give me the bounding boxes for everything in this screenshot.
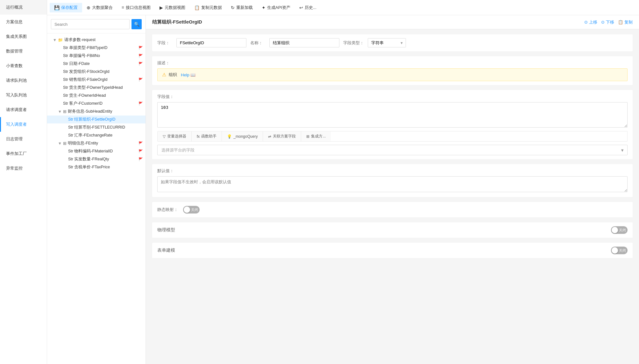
flag-icon: 🚩 — [138, 141, 143, 145]
sidebar-item-data-mgmt[interactable]: 数据管理 — [0, 44, 47, 59]
integration-button[interactable]: ⊞ 集成方... — [301, 131, 331, 141]
tree-node-finance-sub[interactable]: ▼ ⊞ 财务信息-SubHeadEntity — [47, 108, 146, 116]
tree-panel: 🔍 ▼ 📁 请求参数-request Str 单据类型-FBillTypeID … — [47, 15, 146, 364]
tree-node-settle-currency[interactable]: Str 结算币别-FSETTLECURRID — [47, 123, 146, 131]
tree-list: ▼ 📁 请求参数-request Str 单据类型-FBillTypeID 🚩 … — [47, 33, 146, 364]
table-build-toggle[interactable]: 关闭 — [611, 247, 628, 254]
physical-model-toggle[interactable]: 关闭 — [611, 226, 628, 234]
tree-node-material[interactable]: Str 物料编码-FMaterialID 🚩 — [47, 147, 146, 155]
save-config-button[interactable]: 💾 保存配置 — [50, 3, 82, 12]
tree-node-exchange-rate[interactable]: Str 汇率-FExchangeRate — [47, 131, 146, 139]
field-value-label: 字段值： — [157, 94, 628, 100]
copy-action[interactable]: 📋 复制 — [618, 19, 633, 25]
search-icon: 🔍 — [134, 22, 139, 27]
copy-meta-button[interactable]: 📋 复制元数据 — [190, 3, 226, 12]
flag-icon: 🚩 — [138, 54, 143, 58]
tree-node-tax-price[interactable]: Str 含税单价-FTaxPrice — [47, 163, 146, 171]
field-value-textarea[interactable]: 103 — [157, 102, 628, 128]
physical-model-section: 物理模型 关闭 — [152, 222, 633, 238]
copy-meta-icon: 📋 — [194, 5, 200, 10]
desc-content: ⚠ 组织 Help 📖 — [157, 68, 628, 81]
toggle-label: 关闭 — [191, 207, 198, 212]
move-down-action[interactable]: ⊙ 下移 — [601, 19, 614, 25]
field-type-select[interactable]: 字符串 整数 浮点数 布尔值 日期 — [368, 38, 406, 47]
body-area: 🔍 ▼ 📁 请求参数-request Str 单据类型-FBillTypeID … — [47, 15, 639, 364]
field-id-label: 字段： — [157, 40, 173, 46]
tree-node-real-qty[interactable]: Str 实发数量-FRealQty 🚩 — [47, 155, 146, 163]
toggle-track-pm: 关闭 — [611, 226, 628, 234]
tree-node-sale-org[interactable]: Str 销售组织-FSaleOrgId 🚩 — [47, 76, 146, 84]
field-name-input[interactable] — [269, 38, 339, 47]
field-id-input[interactable] — [176, 38, 246, 47]
history-button[interactable]: ↩ 历史... — [295, 3, 321, 12]
save-icon: 💾 — [54, 5, 60, 10]
meta-view-button[interactable]: ▶ 元数据视图 — [155, 3, 190, 12]
desc-text: 组织 — [169, 72, 177, 78]
generate-api-button[interactable]: ✦ 生成API资产 — [257, 3, 295, 12]
link-icon: ⇌ — [268, 134, 271, 139]
toggle-thumb-pm — [612, 227, 618, 233]
toggle-track-tb: 关闭 — [611, 247, 628, 254]
tree-node-req-params[interactable]: ▼ 📁 请求参数-request — [47, 36, 146, 44]
expand-icon: ▼ — [57, 109, 62, 114]
field-type-label: 字段类型： — [343, 40, 364, 46]
sidebar-item-write-scheduler[interactable]: 写入调度者 — [0, 117, 47, 132]
function-helper-button[interactable]: fx 函数助手 — [192, 131, 222, 141]
table-icon: ⊞ — [63, 141, 67, 146]
move-up-action[interactable]: ⊙ 上移 — [584, 19, 597, 25]
flag-icon: 🚩 — [138, 62, 143, 66]
field-value-section: 字段值： 103 ▽ 变量选择器 fx 函数助手 💡 _m — [152, 90, 633, 159]
variable-selector-button[interactable]: ▽ 变量选择器 — [158, 131, 192, 141]
default-value-label: 默认值： — [157, 168, 628, 174]
flag-icon: 🚩 — [138, 157, 143, 161]
variable-icon: ▽ — [163, 134, 166, 139]
function-icon: fx — [197, 134, 200, 139]
fields-row: 字段： 名称： 字段类型： 字符串 整数 浮点数 布尔值 日期 ▼ — [152, 34, 633, 51]
flag-icon: 🚩 — [138, 102, 143, 106]
tree-node-owner[interactable]: Str 货主-FOwnerIdHead — [47, 92, 146, 100]
help-book-icon: 📖 — [190, 73, 195, 77]
sidebar-item-event-factory[interactable]: 事件加工厂 — [0, 146, 47, 161]
sidebar-item-overview[interactable]: 运行概况 — [0, 0, 47, 15]
detail-header: 结算组织-FSettleOrgID ⊙ 上移 ⊙ 下移 📋 复制 — [146, 15, 639, 29]
detail-panel: 结算组织-FSettleOrgID ⊙ 上移 ⊙ 下移 📋 复制 — [146, 15, 639, 364]
tree-node-bill-no[interactable]: Str 单据编号-FBillNo 🚩 — [47, 52, 146, 60]
search-button[interactable]: 🔍 — [131, 19, 142, 29]
sidebar-item-exception-monitor[interactable]: 异常监控 — [0, 161, 47, 176]
big-data-button[interactable]: ⊕ 大数据聚合 — [82, 3, 117, 12]
reload-button[interactable]: ↻ 重新加载 — [226, 3, 257, 12]
detail-title: 结算组织-FSettleOrgID — [152, 19, 202, 25]
help-link[interactable]: Help 📖 — [181, 73, 195, 77]
integration-icon: ⊞ — [306, 134, 309, 139]
tree-node-customer[interactable]: Str 客户-FCustomerID 🚩 — [47, 100, 146, 108]
sidebar-item-log-mgmt[interactable]: 日志管理 — [0, 132, 47, 146]
static-mapping-section: 静态映射： 关闭 — [152, 202, 633, 217]
field-type-wrapper: 字符串 整数 浮点数 布尔值 日期 ▼ — [368, 38, 406, 47]
sidebar-item-integration[interactable]: 集成关系图 — [0, 29, 47, 44]
mongo-query-button[interactable]: 💡 _mongoQuery — [222, 131, 263, 141]
tree-node-stock-org[interactable]: Str 发货组织-FStockOrgId — [47, 68, 146, 76]
default-value-section: 默认值： — [152, 164, 633, 197]
sidebar-item-query[interactable]: 小青查数 — [0, 59, 47, 73]
tree-node-detail-entity[interactable]: ▼ ⊞ 明细信息-FEntity 🚩 — [47, 139, 146, 147]
meta-icon: ▶ — [160, 5, 163, 10]
tree-node-owner-type[interactable]: Str 货主类型-FOwnerTypeIdHead — [47, 84, 146, 92]
tree-node-settle-org[interactable]: Str 结算组织-FSettleOrgID — [47, 116, 146, 123]
static-mapping-toggle[interactable]: 关闭 — [183, 206, 200, 214]
default-value-input[interactable] — [157, 176, 628, 192]
link-plan-field-button[interactable]: ⇌ 关联方案字段 — [263, 131, 301, 141]
interface-view-button[interactable]: ⌗ 接口信息视图 — [117, 3, 155, 12]
big-data-icon: ⊕ — [87, 5, 90, 10]
tree-node-bill-type[interactable]: Str 单据类型-FBillTypeID 🚩 — [47, 44, 146, 52]
sidebar-item-req-scheduler[interactable]: 请求调度者 — [0, 102, 47, 117]
toggle-label-tb: 关闭 — [619, 248, 626, 253]
tree-node-date[interactable]: Str 日期-FDate 🚩 — [47, 60, 146, 68]
search-input[interactable] — [51, 19, 130, 29]
toggle-thumb — [184, 206, 190, 213]
detail-body: 字段： 名称： 字段类型： 字符串 整数 浮点数 布尔值 日期 ▼ — [146, 29, 639, 263]
toolbar: 💾 保存配置 ⊕ 大数据聚合 ⌗ 接口信息视图 ▶ 元数据视图 📋 复制元数据 … — [47, 0, 639, 15]
sidebar-item-write-queue[interactable]: 写入队列池 — [0, 88, 47, 102]
sidebar-item-plan-info[interactable]: 方案信息 — [0, 15, 47, 29]
sidebar-item-req-queue[interactable]: 请求队列池 — [0, 73, 47, 88]
source-platform-select[interactable]: 选择源平台的字段 — [157, 145, 628, 155]
